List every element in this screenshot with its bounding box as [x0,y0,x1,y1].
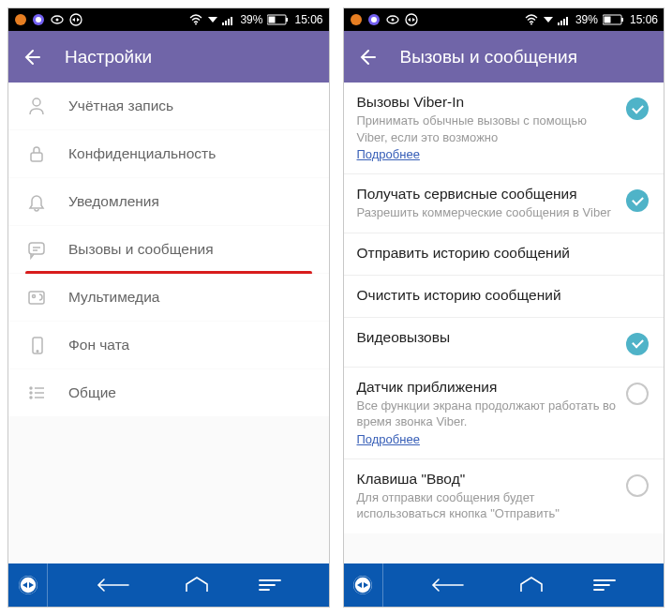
settings-row-label: Фон чата [68,337,129,353]
phone-right: 39% 15:06 Вызовы и сообщения Вызовы Vibe… [343,8,665,608]
setting-item[interactable]: Датчик приближенияВсе функции экрана про… [344,367,665,458]
svg-rect-36 [566,17,568,25]
nav-menu-icon[interactable] [592,575,617,595]
setting-title: Датчик приближения [357,379,618,396]
svg-point-18 [33,295,36,298]
settings-row-label: Общие [68,384,116,401]
signal-icon [558,13,571,26]
teamviewer-button[interactable] [8,563,48,607]
settings-row-bell[interactable]: Уведомления [8,178,329,226]
media-icon [25,287,48,308]
appbar: Вызовы и сообщения [344,31,665,83]
checkbox[interactable] [626,333,649,355]
appbar: Настройки [8,31,329,83]
uc-icon [14,13,27,26]
signal-icon [222,13,235,26]
svg-rect-10 [231,17,232,25]
svg-rect-35 [563,19,565,25]
back-arrow-icon[interactable] [22,47,42,68]
setting-item[interactable]: Вызовы Viber-InПринимать обычные вызовы … [344,83,665,173]
checkbox[interactable] [626,474,649,497]
teamviewer-button[interactable] [344,563,383,607]
svg-point-23 [30,397,32,398]
settings-row-media[interactable]: Мультимедиа [8,274,329,322]
svg-rect-38 [621,18,623,22]
nav-back-icon[interactable] [95,575,136,595]
battery-icon [603,14,625,25]
setting-item[interactable]: Очистить историю сообщений [344,275,665,317]
appbar-title: Вызовы и сообщения [400,47,577,68]
nav-home-icon[interactable] [517,575,545,595]
svg-point-20 [37,351,38,353]
svg-point-0 [15,14,26,25]
setting-subtitle: Все функции экрана продолжают работать в… [357,398,618,430]
settings-row-user[interactable]: Учётная запись [8,83,329,130]
list-icon [25,383,48,403]
phone-left: 39% 15:06 Настройки Учётная записьКонфид… [7,8,330,608]
appbar-title: Настройки [65,47,152,68]
settings-row-list[interactable]: Общие [8,369,329,417]
svg-point-21 [30,387,32,389]
settings-row-label: Уведомления [68,193,159,210]
svg-rect-7 [222,23,224,25]
svg-point-28 [371,17,377,23]
settings-row-label: Учётная запись [68,98,173,114]
svg-point-32 [530,23,532,25]
settings-row-label: Вызовы и сообщения [68,241,214,258]
svg-rect-8 [225,21,227,25]
setting-subtitle: Разрешить коммерческие сообщения в Viber [357,204,618,221]
svg-point-22 [30,392,32,394]
back-arrow-icon[interactable] [357,47,378,68]
svg-point-2 [36,17,41,23]
svg-rect-33 [558,23,560,25]
viber-icon [32,13,45,26]
settings-list: Учётная записьКонфиденциальностьУведомле… [8,83,329,563]
setting-title: Клавиша "Ввод" [357,471,618,488]
carrot-down-icon [208,13,217,26]
lock-icon [25,143,48,164]
user-icon [25,96,48,116]
svg-rect-12 [286,18,288,22]
statusbar: 39% 15:06 [344,8,665,31]
svg-rect-39 [604,17,610,23]
battery-icon [267,14,290,25]
checkbox[interactable] [626,98,649,120]
svg-rect-13 [269,17,276,23]
teamviewer-icon [69,13,82,26]
nav-back-icon[interactable] [429,575,470,595]
svg-rect-15 [31,153,42,161]
wifi-icon [188,13,203,26]
setting-title: Отправить историю сообщений [357,245,640,262]
svg-point-5 [70,14,82,25]
checkbox[interactable] [626,383,649,405]
setting-item[interactable]: Клавиша "Ввод"Для отправки сообщения буд… [344,458,665,533]
setting-title: Вызовы Viber-In [357,94,618,111]
settings-row-chat[interactable]: Вызовы и сообщения [8,226,329,274]
setting-item[interactable]: Отправить историю сообщений [344,233,665,275]
svg-point-14 [33,98,40,106]
setting-subtitle: Для отправки сообщения будет использоват… [357,489,618,522]
nav-home-icon[interactable] [183,575,211,595]
settings-row-phone-rect[interactable]: Фон чата [8,322,329,369]
more-link[interactable]: Подробнее [357,432,420,446]
phone-rect-icon [25,335,48,355]
setting-item[interactable]: Получать сервисные сообщенияРазрешить ко… [344,173,665,233]
svg-point-24 [19,576,37,594]
eye-icon [385,13,400,26]
statusbar: 39% 15:06 [8,8,329,31]
nav-menu-icon[interactable] [258,575,282,595]
setting-subtitle: Принимать обычные вызовы с помощью Viber… [357,113,618,145]
svg-point-4 [56,19,59,22]
svg-rect-16 [29,243,44,254]
clock-text: 15:06 [630,13,658,26]
battery-text: 39% [575,13,598,26]
settings-row-lock[interactable]: Конфиденциальность [8,130,329,178]
carrot-down-icon [544,13,553,26]
setting-item[interactable]: Видеовызовы [344,317,665,367]
checkbox[interactable] [626,189,649,212]
battery-text: 39% [240,13,262,26]
more-link[interactable]: Подробнее [357,147,420,161]
svg-point-30 [391,19,394,22]
settings-row-label: Конфиденциальность [68,145,216,162]
svg-point-6 [195,23,197,25]
